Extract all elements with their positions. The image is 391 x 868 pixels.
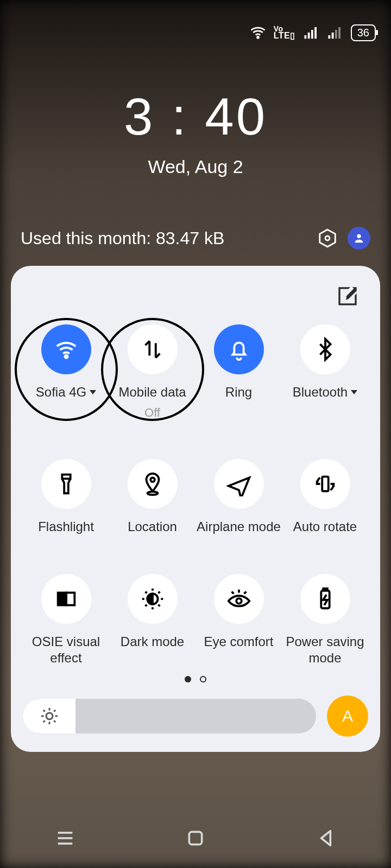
svg-point-35 [46, 713, 53, 719]
navigation-bar [0, 808, 391, 868]
bluetooth-label: Bluetooth [293, 384, 348, 400]
rotate-icon [300, 459, 350, 509]
svg-point-16 [147, 492, 157, 495]
svg-line-26 [158, 605, 160, 607]
wifi-icon [41, 324, 91, 374]
ring-tile[interactable]: Ring [195, 324, 282, 426]
eye-comfort-label: Eye comfort [204, 634, 273, 650]
svg-rect-8 [338, 27, 340, 39]
edit-icon[interactable] [337, 285, 358, 307]
flashlight-tile[interactable]: Flashlight [23, 459, 109, 541]
svg-line-41 [54, 720, 55, 722]
auto-brightness-label: A [342, 707, 353, 725]
bluetooth-tile[interactable]: Bluetooth [282, 324, 368, 426]
auto-brightness-button[interactable]: A [327, 695, 368, 737]
mobile-data-sublabel: Off [144, 406, 160, 420]
quick-settings-panel: Sofia 4G Mobile data Off Ring Bluetooth [11, 266, 380, 752]
brightness-slider[interactable] [23, 699, 316, 733]
clock-time: 3 : 40 [0, 87, 391, 146]
svg-line-27 [145, 605, 147, 607]
page-indicator [23, 676, 368, 682]
airplane-tile[interactable]: Airplane mode [195, 459, 282, 541]
svg-point-11 [357, 234, 361, 238]
svg-rect-14 [62, 475, 70, 479]
svg-rect-2 [308, 33, 310, 39]
svg-rect-17 [322, 477, 329, 492]
mobile-data-icon [128, 324, 178, 374]
usage-row: Used this month: 83.47 kB [0, 227, 391, 250]
battery-saver-icon [300, 574, 350, 624]
eye-icon [214, 574, 264, 624]
battery-icon: 36 [351, 24, 376, 41]
recents-button[interactable] [54, 827, 76, 849]
auto-rotate-tile[interactable]: Auto rotate [282, 459, 368, 541]
osie-icon [41, 574, 91, 624]
osie-label: OSIE visual effect [23, 634, 109, 666]
svg-rect-19 [66, 593, 74, 605]
wifi-icon [250, 24, 266, 41]
svg-rect-7 [335, 30, 337, 39]
power-saving-tile[interactable]: Power saving mode [282, 574, 368, 673]
dark-mode-tile[interactable]: Dark mode [109, 574, 195, 673]
svg-line-28 [158, 592, 160, 593]
status-bar: VoLTE▯ 36 [0, 0, 391, 65]
svg-line-40 [43, 710, 45, 712]
clock-block: 3 : 40 Wed, Aug 2 [0, 87, 391, 177]
wifi-tile[interactable]: Sofia 4G [23, 324, 109, 426]
location-tile[interactable]: Location [109, 459, 195, 541]
home-button[interactable] [185, 827, 206, 849]
volte-icon: VoLTE▯ [274, 25, 295, 40]
data-usage-text: Used this month: 83.47 kB [21, 228, 224, 248]
chevron-down-icon [351, 390, 357, 394]
location-label: Location [128, 519, 177, 535]
auto-rotate-label: Auto rotate [293, 519, 357, 535]
svg-line-31 [231, 592, 234, 594]
mobile-data-label: Mobile data [118, 384, 186, 400]
svg-line-25 [145, 592, 147, 593]
battery-level: 36 [357, 27, 369, 39]
eye-comfort-tile[interactable]: Eye comfort [195, 574, 282, 673]
svg-marker-9 [320, 229, 336, 247]
svg-rect-3 [311, 30, 313, 39]
svg-rect-5 [328, 35, 330, 39]
osie-tile[interactable]: OSIE visual effect [23, 574, 109, 673]
svg-line-43 [54, 710, 55, 712]
svg-line-42 [43, 720, 45, 722]
flashlight-icon [41, 459, 91, 509]
ring-label: Ring [225, 384, 252, 400]
svg-line-32 [244, 592, 246, 594]
dark-mode-label: Dark mode [121, 634, 184, 650]
svg-point-29 [236, 598, 242, 604]
svg-point-13 [65, 355, 67, 358]
bell-icon [214, 324, 264, 374]
chevron-down-icon [90, 390, 96, 394]
clock-date: Wed, Aug 2 [0, 156, 391, 177]
airplane-icon [214, 459, 264, 509]
svg-point-0 [257, 36, 258, 38]
user-avatar[interactable] [348, 227, 370, 250]
flashlight-label: Flashlight [38, 519, 94, 535]
power-saving-label: Power saving mode [282, 634, 368, 666]
location-icon [128, 459, 178, 509]
svg-rect-18 [58, 593, 66, 605]
dark-mode-icon [128, 574, 178, 624]
svg-rect-6 [332, 33, 334, 39]
svg-rect-47 [189, 832, 201, 844]
wifi-label: Sofia 4G [36, 384, 86, 400]
mobile-data-tile[interactable]: Mobile data Off [109, 324, 195, 426]
svg-rect-4 [314, 27, 317, 39]
bluetooth-icon [300, 324, 350, 374]
svg-rect-34 [323, 589, 327, 591]
settings-icon[interactable] [317, 228, 338, 248]
svg-point-15 [150, 478, 155, 482]
svg-point-10 [325, 236, 330, 240]
airplane-label: Airplane mode [197, 519, 281, 535]
signal-2-icon [327, 24, 343, 41]
svg-rect-1 [304, 35, 306, 39]
signal-1-icon [303, 24, 319, 41]
sun-icon [40, 706, 59, 726]
back-button[interactable] [315, 827, 337, 849]
